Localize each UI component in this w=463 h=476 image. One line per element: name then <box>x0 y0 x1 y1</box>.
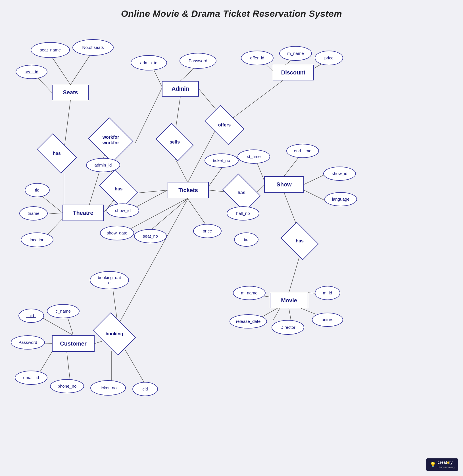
rel-workfor: workforworkfor <box>94 125 128 155</box>
rel-has2: has <box>102 178 135 200</box>
attr-st-time: st_time <box>237 149 270 164</box>
attr-director: Director <box>272 320 304 335</box>
svg-line-26 <box>304 175 324 184</box>
entity-seats <box>52 85 89 100</box>
entity-tickets <box>168 182 209 198</box>
rel-sells: sells <box>159 131 190 153</box>
watermark: 💡 createlyDiagramming <box>426 458 458 471</box>
svg-line-41 <box>301 308 315 314</box>
svg-line-20 <box>135 190 168 193</box>
svg-line-50 <box>118 198 188 325</box>
diagram-container: Online Movie & Drama Ticket Reservation … <box>0 0 463 476</box>
attr-c-name: c_name <box>47 304 80 318</box>
attr-tname: tname <box>19 206 48 221</box>
svg-line-40 <box>289 308 291 321</box>
rel-booking: booking <box>97 321 132 347</box>
entity-theatre <box>62 205 104 221</box>
attr-show-id2: show_id <box>323 167 356 181</box>
rel-offers: offers <box>207 114 241 136</box>
attr-seat-id: seat_id <box>16 65 47 79</box>
attr-m-name1: m_name <box>279 46 312 61</box>
attr-show-date: show_date <box>100 226 134 240</box>
entity-show <box>264 176 304 193</box>
rel-has1-label: has <box>53 151 61 156</box>
attr-offer-id: offer_id <box>241 51 274 65</box>
attr-language: language <box>324 192 357 206</box>
svg-line-0 <box>53 58 70 85</box>
page-title: Online Movie & Drama Ticket Reservation … <box>0 0 463 19</box>
entity-movie <box>270 293 308 308</box>
attr-end-time: end_time <box>286 144 319 158</box>
watermark-icon: 💡 <box>430 462 436 468</box>
attr-ticket-no1: ticket_no <box>205 153 239 168</box>
svg-line-35 <box>289 256 300 293</box>
attr-email-id: email_id <box>15 371 47 385</box>
attr-release-date: release_date <box>230 314 267 329</box>
attr-admin-id1: admin_id <box>131 55 167 70</box>
rel-sells-label: sells <box>170 139 180 145</box>
entity-discount <box>273 65 314 80</box>
attr-seat-no: seat_no <box>134 229 167 243</box>
rel-offers-label: offers <box>218 122 231 128</box>
svg-line-9 <box>135 88 162 144</box>
attr-cid2: cid <box>132 382 158 396</box>
connection-lines <box>0 0 463 476</box>
attr-phone-no: phone_no <box>50 379 84 393</box>
attr-price2: price <box>193 224 222 238</box>
attr-tid2: tid <box>234 232 258 247</box>
svg-line-15 <box>233 80 284 118</box>
attr-show-id1: show_id <box>107 203 139 218</box>
watermark-text: createlyDiagramming <box>438 460 454 469</box>
attr-password2: Password <box>11 335 45 350</box>
attr-tid1: tid <box>25 183 50 197</box>
attr-password1: Password <box>180 53 216 69</box>
attr-actors: actors <box>312 313 343 327</box>
attr-m-id: m_id <box>315 286 340 300</box>
entity-admin <box>162 81 199 97</box>
rel-has4: has <box>284 230 315 252</box>
attr-location: location <box>21 232 53 247</box>
attr-admin-id2: admin_id <box>86 158 120 172</box>
svg-line-13 <box>175 158 187 182</box>
attr-hall-no: hall_no <box>227 206 259 221</box>
attr-booking-date: booking_date <box>90 271 129 289</box>
attr-no-of-seats: No.of seats <box>72 39 114 56</box>
attr-price1: price <box>315 51 343 65</box>
attr-m-name2: m_name <box>233 286 266 300</box>
rel-has2-label: has <box>115 186 123 192</box>
entity-customer <box>52 335 95 352</box>
svg-line-27 <box>304 190 325 201</box>
attr-seat-name: seat_name <box>31 42 70 58</box>
rel-booking-label: booking <box>105 331 123 336</box>
svg-line-43 <box>41 317 73 335</box>
rel-workfor-label: workforworkfor <box>103 134 119 145</box>
attr-cid1: _cid_ <box>18 309 44 323</box>
svg-line-39 <box>273 308 280 321</box>
attr-ticket-no2: ticket_no <box>90 380 126 396</box>
rel-has4-label: has <box>296 238 304 244</box>
rel-has3-label: has <box>237 190 245 195</box>
rel-has3: has <box>226 181 257 204</box>
rel-has1: has <box>40 142 74 165</box>
